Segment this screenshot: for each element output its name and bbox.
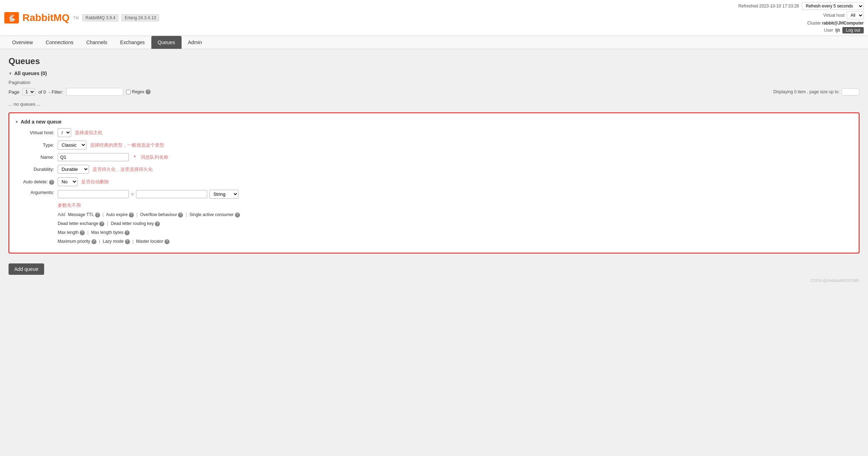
rabbitmq-icon: 🐇: [4, 12, 19, 23]
arg-type-select[interactable]: String Number Boolean: [209, 190, 239, 199]
arg-link-overflow-behaviour[interactable]: Overflow behaviour: [140, 212, 177, 217]
filter-label: - Filter:: [49, 89, 63, 95]
name-label: Name:: [15, 154, 54, 160]
all-queues-header[interactable]: ▼ All queues (0): [9, 70, 859, 76]
arg-link-max-length-bytes[interactable]: Max length bytes: [91, 230, 124, 235]
regex-checkbox[interactable]: [126, 90, 131, 94]
virtual-host-hint: 选择虚拟主机: [75, 130, 103, 136]
arg-link-maximum-priority[interactable]: Maximum priority: [58, 239, 90, 244]
message-ttl-help-icon[interactable]: ?: [95, 213, 100, 217]
auto-delete-help-icon[interactable]: ?: [49, 180, 54, 185]
arg-link-lazy-mode[interactable]: Lazy mode: [103, 239, 124, 244]
auto-delete-label: Auto delete: ?: [15, 179, 54, 185]
arg-key-input[interactable]: [58, 190, 129, 198]
page-select[interactable]: 1: [22, 88, 35, 96]
arguments-row: Arguments: = String Number Boolean 参数先不用: [15, 190, 853, 244]
max-length-help-icon[interactable]: ?: [80, 230, 85, 235]
nav-channels[interactable]: Channels: [80, 36, 114, 49]
virtual-host-label: Virtual host:: [15, 130, 54, 135]
arg-link-master-locator[interactable]: Master locator: [136, 239, 163, 244]
virtual-host-row: Virtual host: / 选择虚拟主机: [15, 128, 853, 137]
refresh-select[interactable]: No refresh Refresh every 5 seconds Refre…: [802, 2, 864, 10]
durability-hint: 是否持久化，这里选择持久化: [93, 166, 153, 173]
main-nav: Overview Connections Channels Exchanges …: [0, 36, 868, 49]
add-label: Add: [58, 212, 65, 217]
collapse-icon: ▼: [9, 72, 12, 75]
nav-exchanges[interactable]: Exchanges: [114, 36, 151, 49]
lazy-mode-help-icon[interactable]: ?: [125, 239, 130, 244]
nav-overview[interactable]: Overview: [6, 36, 39, 49]
arg-link-max-length[interactable]: Max length: [58, 230, 79, 235]
arguments-label: Arguments:: [15, 190, 54, 195]
user-row: User ljh Log out: [824, 27, 864, 33]
logout-button[interactable]: Log out: [842, 27, 864, 33]
page-size-area: Displaying 0 item , page size up to: 100: [773, 88, 859, 95]
auto-delete-row: Auto delete: ? No Yes 是否自动删除: [15, 177, 853, 186]
watermark: CSDN @JH&&HANDSOME: [9, 278, 859, 283]
add-queue-section: ▼ Add a new queue Virtual host: / 选择虚拟主机…: [9, 112, 859, 253]
add-queue-button[interactable]: Add queue: [9, 263, 44, 275]
vhost-select[interactable]: All /: [847, 11, 864, 19]
maximum-priority-help-icon[interactable]: ?: [91, 239, 96, 244]
type-row: Type: Classic Quorum 选择经典的类型，一般就选这个类型: [15, 141, 853, 150]
of-label: of 0: [38, 89, 46, 95]
top-right: Refreshed 2023-10-10 17:33:28 No refresh…: [738, 2, 864, 33]
add-links-row4: Maximum priority ? | Lazy mode ? | Maste…: [58, 239, 240, 244]
add-links-row1: Add Message TTL ? | Auto expire ? | Over…: [58, 212, 240, 217]
logo-area: 🐇 RabbitMQ TM RabbitMQ 3.9.4 Erlang 24.3…: [4, 12, 159, 23]
top-bar: 🐇 RabbitMQ TM RabbitMQ 3.9.4 Erlang 24.3…: [0, 0, 868, 36]
add-links-row2: Dead letter exchange ? | Dead letter rou…: [58, 221, 240, 226]
name-row: Name: Q1 * 消息队列名称: [15, 153, 853, 161]
nav-admin[interactable]: Admin: [182, 36, 209, 49]
master-locator-help-icon[interactable]: ?: [164, 239, 169, 244]
arg-equals: =: [131, 192, 134, 197]
add-queue-title: Add a new queue: [21, 119, 62, 125]
regex-label: Regex ?: [126, 89, 151, 94]
single-active-consumer-help-icon[interactable]: ?: [235, 213, 240, 217]
page-label: Page: [9, 89, 19, 95]
arg-link-dead-letter-exchange[interactable]: Dead letter exchange: [58, 221, 98, 226]
durability-select[interactable]: Durable Transient: [58, 165, 89, 174]
refresh-row: Refreshed 2023-10-10 17:33:28 No refresh…: [738, 2, 864, 10]
required-star: *: [134, 154, 136, 160]
name-input[interactable]: Q1: [58, 153, 129, 161]
arg-link-dead-letter-routing-key[interactable]: Dead letter routing key: [111, 221, 154, 226]
auto-delete-select[interactable]: No Yes: [58, 177, 78, 186]
name-hint: 消息队列名称: [141, 154, 168, 161]
type-hint: 选择经典的类型，一般就选这个类型: [90, 142, 164, 148]
regex-help-icon[interactable]: ?: [146, 89, 151, 94]
dead-letter-routing-key-help-icon[interactable]: ?: [155, 221, 160, 226]
user-name: ljh: [835, 28, 840, 33]
overflow-behaviour-help-icon[interactable]: ?: [178, 213, 183, 217]
filter-input[interactable]: [66, 88, 123, 96]
virtual-host-select[interactable]: /: [58, 128, 71, 137]
logo-tm: TM: [73, 16, 79, 20]
cluster-row: Cluster rabbit@JHComputer: [807, 21, 864, 26]
erlang-version: Erlang 24.3.4.13: [121, 14, 159, 21]
pagination-label: Pagination: [9, 80, 859, 85]
nav-connections[interactable]: Connections: [39, 36, 80, 49]
max-length-bytes-help-icon[interactable]: ?: [125, 230, 130, 235]
arg-link-single-active-consumer[interactable]: Single active consumer: [189, 212, 234, 217]
type-select[interactable]: Classic Quorum: [58, 141, 87, 150]
cluster-label: Cluster: [807, 21, 821, 26]
durability-label: Durability:: [15, 167, 54, 172]
add-queue-header[interactable]: ▼ Add a new queue: [15, 119, 853, 125]
displaying-label: Displaying 0 item , page size up to:: [773, 89, 840, 94]
auto-expire-help-icon[interactable]: ?: [129, 213, 134, 217]
user-label: User: [824, 28, 833, 33]
arg-link-message-ttl[interactable]: Message TTL: [68, 212, 94, 217]
page-size-input[interactable]: 100: [842, 88, 859, 95]
cluster-name: rabbit@JHComputer: [822, 21, 864, 26]
arg-value-input[interactable]: [136, 190, 207, 198]
nav-queues[interactable]: Queues: [151, 36, 182, 49]
pagination-row: Page 1 of 0 - Filter: Regex ? Displaying…: [9, 88, 859, 96]
all-queues-label: All queues (0): [14, 70, 47, 76]
arg-link-auto-expire[interactable]: Auto expire: [106, 212, 128, 217]
arguments-inputs: = String Number Boolean 参数先不用 Add Messag…: [58, 190, 240, 244]
logo-text: RabbitMQ: [22, 12, 69, 23]
refreshed-label: Refreshed 2023-10-10 17:33:28: [738, 4, 799, 9]
regex-text: Regex: [132, 89, 145, 94]
dead-letter-exchange-help-icon[interactable]: ?: [99, 221, 104, 226]
no-queues-label: ... no queues ...: [9, 101, 859, 107]
